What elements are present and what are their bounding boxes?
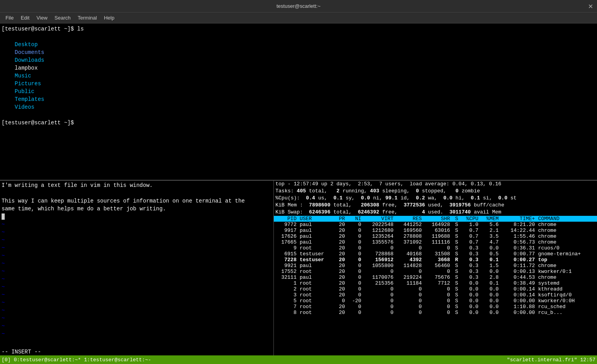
table-row: 9921paul200105580011482856460S0.31.50:11… [274,263,597,269]
table-cell: 0:00.14 [500,286,537,292]
menu-edit[interactable]: Edit [18,14,32,22]
close-button[interactable]: ✕ [588,2,593,10]
table-cell: root [298,280,334,286]
vim-line-4: same time, which helps me do a better jo… [2,205,272,213]
menu-view[interactable]: View [33,14,50,22]
status-left: [0] 0:testuser@scarlett:~* 1:testuser@sc… [2,357,151,363]
table-cell: 20 [334,263,347,269]
table-cell: paul [298,228,334,233]
table-cell: 0 [347,310,363,316]
title-bar-text: testuser@scarlett:~ [277,3,321,9]
table-cell: 2 [274,286,298,292]
table-cell: 0.0 [460,298,480,304]
table-cell: 0.0 [460,286,480,292]
th-ni: NI [347,216,363,222]
table-row: 6915testuser2007288684016831508S0.30.50:… [274,251,597,257]
table-row: 5root0-20000S0.00.00:00.00kworker/0:0H [274,298,597,304]
table-cell: 20 [334,228,347,233]
table-cell: 119688 [423,233,451,239]
table-cell: paul [298,274,334,280]
table-cell: 1212680 [363,228,395,233]
table-cell: chrome [536,274,597,280]
vim-tilde-5: ~ [2,252,272,260]
top-header-line4: KiB Mem : 7898600 total, 206308 free, 37… [274,202,597,209]
table-cell: 0.3 [460,245,480,251]
menu-file[interactable]: File [2,14,17,22]
table-cell: 1 [274,280,298,286]
th-virt: VIRT [363,216,395,222]
table-cell: 1355576 [363,239,395,245]
table-cell: 4.7 [480,239,500,245]
table-cell: 3668 [423,257,451,263]
bottom-section: I'm writing a text file in vim in this w… [0,181,597,355]
table-cell: 0 [347,233,363,239]
table-cell: 20 [334,304,347,310]
table-cell: 7 [274,304,298,310]
th-res: RES [395,216,423,222]
table-row: 7228testuser20015691243923668R0.30.10:00… [274,257,597,263]
table-cell: 278808 [395,233,423,239]
menu-terminal[interactable]: Terminal [75,14,100,22]
menu-help[interactable]: Help [101,14,118,22]
status-bar: [0] 0:testuser@scarlett:~* 1:testuser@sc… [0,355,597,364]
tasks-stopped: 0 [416,188,419,194]
table-cell: 0 [347,222,363,228]
menu-search[interactable]: Search [51,14,74,22]
table-cell: root [298,269,334,274]
table-cell: S [451,310,460,316]
table-cell: 0:00.27 [500,257,537,263]
table-cell: 219224 [395,274,423,280]
table-row: 8root200000S0.00.00:00.00rcu_b... [274,310,597,316]
vim-pane[interactable]: I'm writing a text file in vim in this w… [0,181,274,355]
table-cell: 0 [347,239,363,245]
table-cell: 20 [334,245,347,251]
table-cell: 40168 [395,251,423,257]
terminal-top[interactable]: [testuser@scarlett ~]$ ls Desktop Docume… [0,23,597,180]
table-cell: S [451,298,460,304]
table-cell: 0 [423,304,451,310]
table-cell: 0 [363,292,395,298]
table-cell: 75676 [423,274,451,280]
vim-content: I'm writing a text file in vim in this w… [0,181,273,348]
table-cell: 0.0 [460,280,480,286]
table-cell: 0.3 [460,251,480,257]
table-cell: S [451,280,460,286]
vim-line-3: This way I can keep multiple sources of … [2,197,272,205]
table-cell: S [451,263,460,269]
th-mem: %MEM [480,216,500,222]
tasks-running: 2 [336,188,340,194]
table-row: 17552root200000S0.30.00:00.13kworker/0:1 [274,269,597,274]
table-cell: 63016 [423,228,451,233]
vim-tilde-14: ~ [2,322,272,330]
table-cell: 0 [334,298,347,304]
table-row: 2root200000S0.00.00:00.14kthreadd [274,286,597,292]
cpu-id: 99.1 [385,195,397,201]
tasks-zombie: 0 [455,188,459,194]
table-cell: 0 [363,269,395,274]
table-cell: 0 [423,286,451,292]
mem-free: 206308 [361,202,379,208]
table-cell: 5.6 [480,222,500,228]
table-cell: 0 [395,245,423,251]
table-cell: 0 [363,286,395,292]
table-cell: 20 [334,257,347,263]
table-cell: 20 [334,292,347,298]
table-cell: 9921 [274,263,298,269]
vim-tilde-13: ~ [2,314,272,322]
table-cell: gnome-termina+ [536,251,597,257]
table-cell: 0 [347,263,363,269]
table-cell: 20 [334,239,347,245]
table-cell: 0.7 [460,233,480,239]
table-cell: 156912 [363,257,395,263]
vim-tilde-1: ~ [2,221,272,228]
top-header-line3: %Cpu(s): 0.4 us, 0.1 sy, 0.0 ni, 99.1 id… [274,195,597,202]
table-cell: S [451,292,460,298]
table-cell: 6915 [274,251,298,257]
table-cell: 11184 [395,280,423,286]
table-cell: 20 [334,286,347,292]
table-row: 9772paul2002022548441252164928S1.05.68:2… [274,222,597,228]
table-cell: 0 [423,310,451,316]
table-cell: S [451,274,460,280]
cpu-hi: 0.0 [443,195,452,201]
vim-line-2 [2,189,272,197]
